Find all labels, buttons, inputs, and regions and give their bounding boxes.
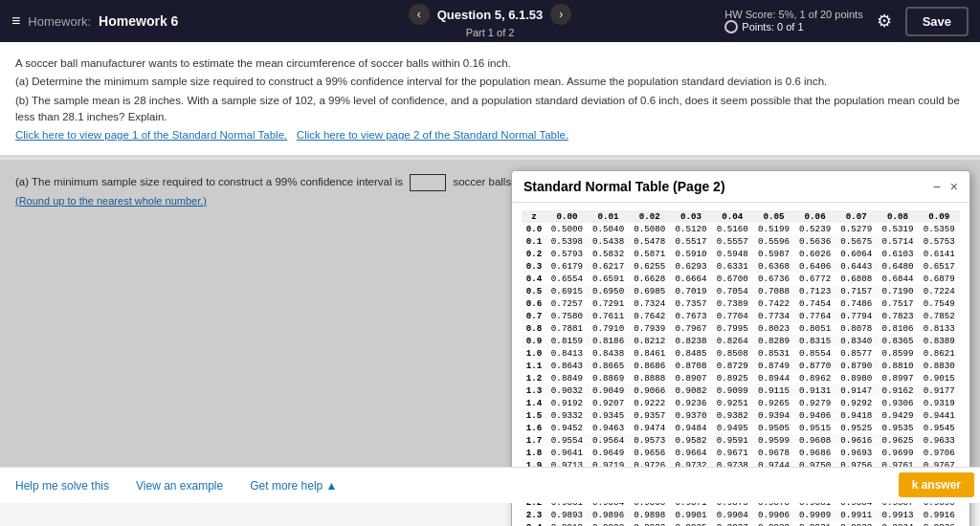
table-cell: 0.9918	[546, 521, 588, 526]
table-cell: 0.9207	[588, 397, 629, 409]
table-cell: 0.5319	[877, 223, 918, 235]
modal-close-button[interactable]: ×	[950, 179, 958, 194]
table-cell: 0.8708	[670, 360, 711, 372]
table-cell: 0.7291	[588, 297, 629, 310]
table-cell: 0.8944	[753, 372, 794, 384]
table-row: 1.40.91920.92070.92220.92360.92510.92650…	[522, 397, 960, 409]
question-sub: Part 1 of 2	[466, 27, 515, 38]
top-bar-left: ≡ Homework: Homework 6	[11, 12, 399, 30]
table-cell: 0.9306	[877, 397, 918, 409]
table-cell: 0.6026	[794, 248, 835, 260]
save-button[interactable]: Save	[905, 7, 969, 36]
table-cell: 0.7486	[835, 297, 877, 310]
table-cell: 0.7704	[712, 310, 753, 322]
settings-button[interactable]: ⚙	[877, 11, 892, 32]
table-cell: 0.8621	[919, 347, 960, 360]
table-cell: 0.9920	[588, 521, 629, 526]
table-cell: 0.8264	[712, 335, 753, 347]
table-cell: 0.9406	[794, 409, 835, 422]
table-cell: 0.8238	[670, 335, 711, 347]
table-cell: 0.7054	[712, 285, 753, 297]
table-cell: 0.9678	[753, 447, 794, 459]
table-cell: 0.7454	[794, 297, 835, 310]
table-cell: 0.6293	[670, 260, 711, 273]
get-more-help-link[interactable]: Get more help ▲	[250, 479, 337, 493]
table-cell: 0.5000	[546, 223, 588, 235]
table-cell: 0.9418	[835, 409, 877, 422]
help-solve-link[interactable]: Help me solve this	[15, 479, 109, 493]
table-cell: 0.9463	[588, 422, 629, 434]
table-cell: 0.9911	[835, 509, 877, 521]
table-cell: 0.5557	[712, 235, 753, 248]
table-cell: 0.6480	[877, 260, 918, 273]
problem-line1: A soccer ball manufacturer wants to esti…	[15, 55, 965, 72]
prev-question-button[interactable]: ‹	[409, 4, 430, 25]
table-cell: 0.9934	[877, 521, 918, 526]
table-cell: 0.5279	[835, 223, 877, 235]
table-cell: 0.9115	[753, 384, 794, 397]
table-cell: 0.6950	[588, 285, 629, 297]
check-answer-button[interactable]: k answer	[899, 472, 974, 497]
table-cell: 0.9931	[794, 521, 835, 526]
table-cell: 0.6517	[919, 260, 960, 273]
table-cell: 0.8315	[794, 335, 835, 347]
table-cell: 0.6915	[546, 285, 588, 297]
table-cell: 0.5714	[877, 235, 918, 248]
table-cell: 0.6664	[670, 273, 711, 285]
table-cell: 0.9925	[670, 521, 711, 526]
table-cell: 0.9370	[670, 409, 711, 422]
table-cell: 0.9904	[712, 509, 753, 521]
table-cell: 0.7190	[877, 285, 918, 297]
table-col-header: 0.00	[546, 210, 588, 223]
view-example-link[interactable]: View an example	[136, 479, 223, 493]
table-cell: 0.9554	[546, 434, 588, 447]
table-cell: 0.9649	[588, 447, 629, 459]
table-cell: 0.9706	[919, 447, 960, 459]
table-cell: 0.9699	[877, 447, 918, 459]
next-question-button[interactable]: ›	[550, 4, 571, 25]
table-cell: 0.7852	[919, 310, 960, 322]
question-nav: ‹ Question 5, 6.1.53 ›	[409, 4, 572, 25]
table-cell: 0.5359	[919, 223, 960, 235]
table-cell: 0.8289	[753, 335, 794, 347]
z-value: 1.0	[522, 347, 546, 360]
table-cell: 0.5793	[546, 248, 588, 260]
z-value: 1.4	[522, 397, 546, 409]
z-value: 0.8	[522, 322, 546, 335]
table-cell: 0.6985	[629, 285, 670, 297]
points-row: Points: 0 of 1	[724, 20, 862, 33]
table-cell: 0.7224	[919, 285, 960, 297]
table-cell: 0.7257	[546, 297, 588, 310]
table-cell: 0.8888	[629, 372, 670, 384]
normal-table-link1[interactable]: Click here to view page 1 of the Standar…	[15, 129, 287, 141]
z-value: 2.3	[522, 509, 546, 521]
modal-title: Standard Normal Table (Page 2)	[523, 179, 725, 194]
table-cell: 0.9066	[629, 384, 670, 397]
table-row: 0.00.50000.50400.50800.51200.51600.51990…	[522, 223, 960, 235]
modal-minimize-button[interactable]: −	[933, 179, 941, 194]
table-cell: 0.9236	[670, 397, 711, 409]
table-cell: 0.5675	[835, 235, 877, 248]
table-cell: 0.9608	[794, 434, 835, 447]
table-cell: 0.7357	[670, 297, 711, 310]
table-cell: 0.7580	[546, 310, 588, 322]
table-row: 1.60.94520.94630.94740.94840.94950.95050…	[522, 422, 960, 434]
homework-name: Homework 6	[99, 13, 178, 29]
table-cell: 0.7123	[794, 285, 835, 297]
z-value: 0.9	[522, 335, 546, 347]
table-cell: 0.5199	[753, 223, 794, 235]
table-cell: 0.6554	[546, 273, 588, 285]
table-cell: 0.7389	[712, 297, 753, 310]
table-cell: 0.9099	[712, 384, 753, 397]
normal-table-link2[interactable]: Click here to view page 2 of the Standar…	[297, 129, 568, 141]
problem-line2: (a) Determine the minimum sample size re…	[15, 74, 965, 90]
table-cell: 0.7734	[753, 310, 794, 322]
z-value: 0.0	[522, 223, 546, 235]
z-value: 2.4	[522, 521, 546, 526]
table-cell: 0.7764	[794, 310, 835, 322]
hamburger-icon[interactable]: ≡	[11, 12, 20, 30]
z-value: 0.1	[522, 235, 546, 248]
table-cell: 0.9345	[588, 409, 629, 422]
table-cell: 0.9515	[794, 422, 835, 434]
table-cell: 0.6700	[712, 273, 753, 285]
